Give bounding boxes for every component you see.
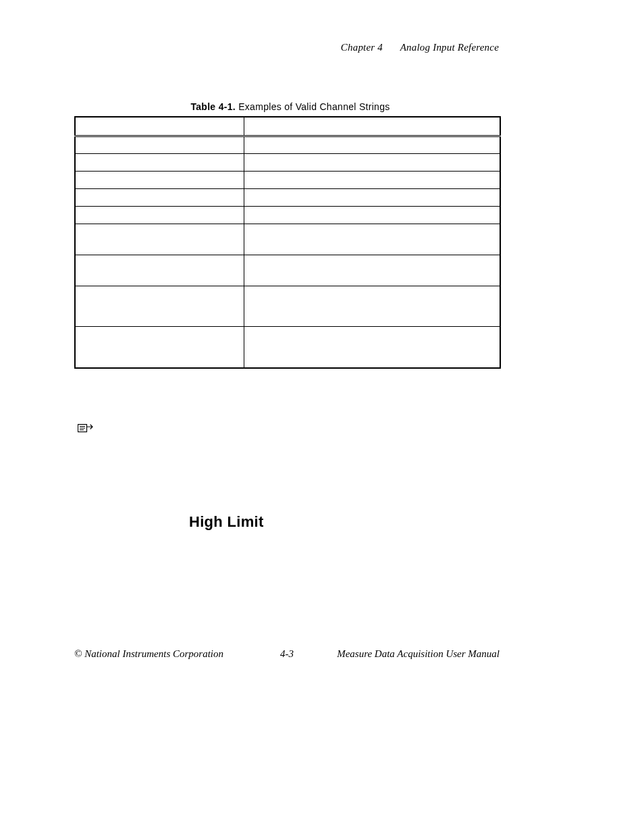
page-header: Chapter 4 Analog Input Reference — [341, 42, 499, 53]
table-caption-bold: Table 4-1. — [190, 101, 236, 112]
table-row — [75, 153, 500, 171]
table-row — [75, 255, 500, 286]
table-row — [75, 188, 500, 206]
table-row — [75, 326, 500, 368]
section-heading-high-limit: High Limit — [189, 513, 264, 531]
table-header-cell — [75, 117, 244, 136]
footer-manual-title: Measure Data Acquisition User Manual — [337, 648, 500, 660]
header-title: Analog Input Reference — [400, 42, 499, 53]
table-row — [75, 286, 500, 326]
header-chapter: Chapter 4 — [341, 42, 383, 53]
table-row — [75, 206, 500, 224]
table-caption: Table 4-1. Examples of Valid Channel Str… — [74, 101, 506, 112]
table-header-row — [75, 117, 500, 136]
table-caption-rest: Examples of Valid Channel Strings — [236, 101, 390, 112]
note-icon — [78, 423, 95, 434]
channel-strings-table — [74, 116, 501, 369]
page: Chapter 4 Analog Input Reference Table 4… — [0, 0, 644, 834]
table-row — [75, 136, 500, 153]
table-header-cell — [244, 117, 500, 136]
table-row — [75, 171, 500, 188]
table-row — [75, 224, 500, 255]
